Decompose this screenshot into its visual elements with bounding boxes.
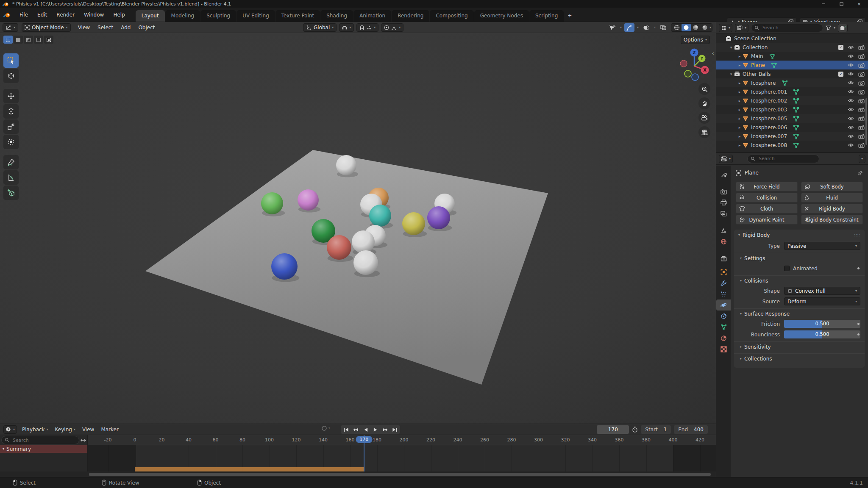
outliner-row-main[interactable]: ▸Main: [716, 52, 868, 61]
camera-view-button[interactable]: [698, 112, 710, 124]
expand-channels-icon[interactable]: [81, 438, 86, 443]
pan-button[interactable]: [698, 97, 710, 109]
camera-visibility-icon[interactable]: [858, 80, 865, 86]
filter-dropdown[interactable]: ▾: [834, 26, 835, 30]
gizmos-toggle[interactable]: [624, 23, 634, 32]
tool-cursor-button[interactable]: [3, 69, 19, 83]
eye-icon[interactable]: [848, 125, 854, 130]
editor-type-button[interactable]: ▾: [3, 23, 18, 32]
chevron-right-icon[interactable]: ▸: [737, 63, 743, 67]
properties-tab-output[interactable]: [716, 197, 731, 208]
select-mode-invert-button[interactable]: [34, 36, 43, 44]
camera-visibility-icon[interactable]: [858, 54, 865, 59]
timeline-dopesheet[interactable]: -200204060801001201401601802002202402602…: [88, 435, 716, 471]
properties-tab-data[interactable]: [716, 322, 731, 333]
auto-keying-toggle[interactable]: ▾: [321, 425, 330, 431]
menu-help[interactable]: Help: [108, 10, 129, 19]
xray-toggle[interactable]: [658, 23, 668, 32]
outliner-row-other-balls[interactable]: ▾Other Balls✓: [716, 69, 868, 78]
camera-visibility-icon[interactable]: [858, 89, 865, 94]
3d-viewport[interactable]: ▾ Object Mode ▾ ViewSelectAddObject Glob…: [0, 22, 716, 424]
current-frame-badge[interactable]: 170: [356, 436, 372, 443]
select-mode-new-button[interactable]: [3, 36, 13, 44]
camera-visibility-icon[interactable]: [858, 116, 865, 121]
menu-render[interactable]: Render: [52, 10, 79, 19]
properties-tab-physics[interactable]: [716, 299, 731, 311]
current-frame-field[interactable]: 170: [597, 425, 629, 434]
bounciness-slider[interactable]: 0.500: [784, 330, 860, 338]
menu-file[interactable]: File: [15, 10, 33, 19]
workspace-tab-shading[interactable]: Shading: [320, 10, 353, 22]
settings-subpanel-header[interactable]: ▾Settings: [734, 253, 865, 263]
maximize-button[interactable]: [832, 0, 850, 8]
play-reverse-button[interactable]: [361, 426, 370, 433]
mode-dropdown[interactable]: Object Mode ▾: [22, 23, 71, 32]
camera-visibility-icon[interactable]: [858, 72, 865, 77]
properties-tab-constraints[interactable]: [716, 311, 731, 322]
properties-tab-viewlayer[interactable]: [716, 208, 731, 219]
timeline-editor-type-button[interactable]: ▾: [3, 425, 17, 434]
outliner-row-icosphere-005[interactable]: ▸Icosphere.005: [716, 114, 868, 123]
timeline-menu-view[interactable]: View: [79, 425, 97, 434]
properties-tab-world[interactable]: [716, 236, 731, 247]
properties-tab-render[interactable]: [716, 186, 731, 197]
properties-tab-modifiers[interactable]: [716, 277, 731, 288]
properties-search[interactable]: [747, 155, 819, 163]
timeline-menu-playback[interactable]: Playback ▾: [19, 425, 52, 434]
play-button[interactable]: [370, 426, 380, 433]
eye-icon[interactable]: [848, 143, 854, 147]
properties-tab-object[interactable]: [716, 266, 731, 277]
viewport-menu-object[interactable]: Object: [134, 23, 159, 32]
shading-rendered-button[interactable]: [700, 24, 709, 31]
timeline-scrollbar[interactable]: [0, 471, 716, 477]
properties-tab-particles[interactable]: [716, 288, 731, 299]
timeline-ruler[interactable]: -200204060801001201401601802002202402602…: [88, 435, 716, 445]
overlays-toggle[interactable]: [641, 23, 651, 32]
workspace-tab-uv-editing[interactable]: UV Editing: [236, 10, 275, 22]
camera-visibility-icon[interactable]: [858, 63, 865, 68]
workspace-tab-animation[interactable]: Animation: [353, 10, 391, 22]
new-collection-button[interactable]: +: [838, 24, 848, 32]
collision-source-dropdown[interactable]: Deform▾: [784, 297, 860, 305]
fluid-button[interactable]: Fluid: [801, 193, 863, 202]
select-mode-extend-button[interactable]: [14, 36, 23, 44]
tool-annotate-button[interactable]: [3, 155, 19, 169]
viewport-menu-select[interactable]: Select: [94, 23, 117, 32]
workspace-tab-geometry-nodes[interactable]: Geometry Nodes: [474, 10, 529, 22]
tool-select-box-button[interactable]: [3, 53, 19, 68]
camera-visibility-icon[interactable]: [858, 98, 865, 103]
chevron-right-icon[interactable]: ▸: [737, 90, 743, 94]
workspace-tab-modeling[interactable]: Modeling: [165, 10, 200, 22]
exclude-checkbox[interactable]: ✓: [838, 72, 843, 77]
properties-options-dropdown[interactable]: ▾: [859, 155, 865, 163]
menu-edit[interactable]: Edit: [33, 10, 52, 19]
workspace-tab-sculpting[interactable]: Sculpting: [200, 10, 236, 22]
chevron-down-icon[interactable]: ▾: [728, 45, 734, 50]
eye-icon[interactable]: [848, 45, 854, 50]
eye-icon[interactable]: [848, 134, 854, 139]
outliner-row-icosphere-002[interactable]: ▸Icosphere.002: [716, 96, 868, 105]
rigid-body-type-dropdown[interactable]: Passive▾: [784, 242, 860, 250]
outliner-editor-type-button[interactable]: ▾: [719, 24, 732, 32]
timeline-scrollbar-thumb[interactable]: [89, 473, 711, 476]
menu-window[interactable]: Window: [79, 10, 108, 19]
minimize-button[interactable]: [815, 0, 832, 8]
collision-button[interactable]: Collision: [736, 193, 798, 202]
properties-tab-tool[interactable]: [716, 169, 731, 180]
previous-keyframe-button[interactable]: [351, 426, 361, 433]
workspace-tab-layout[interactable]: Layout: [136, 10, 165, 22]
cloth-button[interactable]: Cloth: [736, 204, 798, 214]
collections-subpanel-header[interactable]: ▸Collections: [734, 353, 865, 363]
timeline-search-input[interactable]: [1, 436, 79, 444]
outliner-row-scene-collection[interactable]: Scene Collection: [716, 34, 868, 43]
tool-scale-button[interactable]: [3, 119, 19, 134]
surface-response-subpanel-header[interactable]: ▾Surface Response: [734, 308, 865, 319]
chevron-down-icon[interactable]: ▾: [728, 72, 734, 76]
blender-menu-button[interactable]: [3, 12, 11, 18]
options-button[interactable]: Options▾: [681, 36, 710, 44]
rigid-body-button[interactable]: Rigid Body: [801, 204, 863, 214]
collisions-subpanel-header[interactable]: ▾Collisions: [734, 275, 865, 286]
animate-property-dot[interactable]: [857, 333, 860, 336]
pin-icon[interactable]: [857, 170, 863, 176]
camera-visibility-icon[interactable]: [858, 143, 865, 148]
